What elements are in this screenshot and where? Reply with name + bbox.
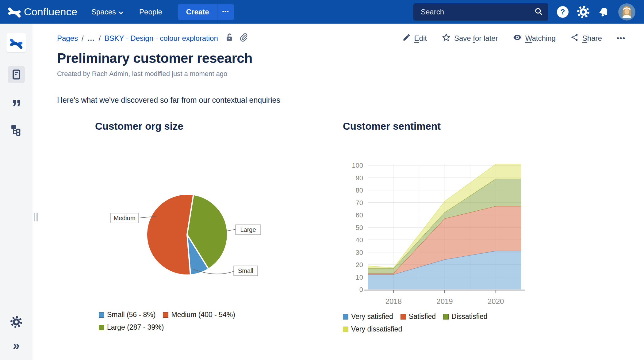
- legend-item: Small (56 - 8%): [99, 311, 155, 319]
- gear-icon[interactable]: [577, 6, 589, 18]
- star-icon: [442, 33, 451, 44]
- svg-text:40: 40: [356, 236, 363, 244]
- legend-item: Dissatisfied: [443, 312, 488, 321]
- svg-text:90: 90: [356, 174, 363, 182]
- svg-text:10: 10: [356, 274, 363, 281]
- page-tree-icon[interactable]: [8, 121, 25, 138]
- svg-text:2019: 2019: [436, 297, 453, 305]
- edit-button[interactable]: Edit: [402, 33, 427, 44]
- search-input[interactable]: [421, 8, 534, 16]
- page-overflow-button[interactable]: •••: [617, 34, 626, 42]
- nav-people-label: People: [139, 8, 162, 16]
- legend-item: Medium (400 - 54%): [163, 311, 235, 319]
- unlocked-icon[interactable]: [225, 33, 234, 44]
- svg-text:60: 60: [356, 211, 363, 219]
- watching-button[interactable]: Watching: [513, 33, 556, 44]
- area-chart-block: Customer sentiment 201820192020010203040…: [343, 121, 542, 333]
- pie-chart: MediumLargeSmall: [95, 165, 285, 306]
- confluence-app: Confluence Spaces People Create •••: [0, 0, 644, 360]
- breadcrumb-ellipsis[interactable]: …: [87, 34, 95, 43]
- share-button[interactable]: Share: [570, 33, 602, 44]
- attachment-icon[interactable]: [239, 33, 248, 44]
- svg-text:30: 30: [356, 249, 363, 256]
- breadcrumb-pages-link[interactable]: Pages: [57, 34, 78, 43]
- breadcrumb-icons: [225, 33, 248, 44]
- legend-item: Large (287 - 39%): [99, 323, 164, 331]
- svg-text:70: 70: [356, 199, 363, 207]
- legend-item: Satisfied: [401, 312, 436, 321]
- create-button-group: Create •••: [178, 4, 234, 20]
- area-legend: Very satisfiedSatisfiedDissatisfiedVery …: [343, 312, 527, 333]
- quotes-icon[interactable]: ”: [8, 94, 25, 111]
- nav-spaces-label: Spaces: [91, 8, 116, 16]
- pie-chart-block: Customer org size MediumLargeSmall Small…: [95, 121, 297, 333]
- svg-text:80: 80: [356, 186, 363, 194]
- svg-text:2020: 2020: [488, 297, 504, 305]
- confluence-logo-icon: [8, 5, 21, 19]
- legend-item: Very satisfied: [343, 312, 393, 321]
- pie-legend: Small (56 - 8%)Medium (400 - 54%)Large (…: [99, 311, 258, 331]
- intro-text: Here's what we've discovered so far from…: [57, 96, 626, 105]
- eye-icon: [513, 33, 522, 44]
- svg-text:Large: Large: [240, 226, 256, 233]
- page-title: Preliminary customer research: [57, 51, 626, 66]
- bell-icon[interactable]: [598, 6, 610, 18]
- legend-item: Very dissatisfied: [343, 325, 402, 333]
- share-icon: [570, 33, 579, 44]
- top-nav: Confluence Spaces People Create •••: [0, 0, 644, 24]
- breadcrumb: Pages / … / BSKY - Design - colour explo…: [57, 33, 248, 44]
- sidebar-resize-handle[interactable]: [34, 213, 38, 221]
- svg-text:50: 50: [356, 224, 363, 232]
- svg-text:20: 20: [356, 261, 363, 269]
- breadcrumb-separator: /: [82, 34, 84, 43]
- expand-glyph: »: [13, 339, 20, 351]
- svg-text:Small: Small: [238, 267, 253, 274]
- settings-gear-icon[interactable]: [8, 313, 25, 331]
- page-actions: Edit Save for later: [402, 33, 626, 44]
- expand-chevrons-icon[interactable]: »: [8, 337, 25, 354]
- svg-text:100: 100: [352, 162, 363, 169]
- page-byline: Created by Rach Admin, last modified jus…: [57, 70, 626, 78]
- search-icon[interactable]: [534, 7, 543, 17]
- breadcrumb-space-link[interactable]: BSKY - Design - colour exploration: [104, 34, 218, 43]
- pie-chart-title: Customer org size: [95, 121, 297, 132]
- notes-icon[interactable]: [8, 66, 25, 83]
- save-for-later-button[interactable]: Save for later: [442, 33, 498, 44]
- breadcrumb-separator: /: [99, 34, 101, 43]
- confluence-space-logo[interactable]: [6, 33, 26, 52]
- charts-row: Customer org size MediumLargeSmall Small…: [57, 121, 626, 333]
- create-button[interactable]: Create: [178, 4, 217, 20]
- confluence-home-link[interactable]: Confluence: [8, 5, 77, 19]
- nav-right: ?: [413, 3, 635, 21]
- area-chart-title: Customer sentiment: [343, 121, 542, 132]
- nav-spaces[interactable]: Spaces: [91, 8, 123, 16]
- svg-text:Medium: Medium: [113, 215, 135, 221]
- nav-people[interactable]: People: [139, 8, 162, 16]
- app-shell: ” »: [0, 24, 644, 360]
- svg-text:2018: 2018: [385, 297, 402, 305]
- create-overflow-button[interactable]: •••: [217, 4, 234, 20]
- user-avatar[interactable]: [618, 3, 635, 21]
- pencil-icon: [402, 33, 411, 44]
- chevron-down-icon: [119, 8, 123, 16]
- area-chart: 2018201920200102030405060708090100: [343, 159, 533, 309]
- page-content: Pages / … / BSKY - Design - colour explo…: [33, 24, 644, 360]
- help-glyph: ?: [561, 8, 565, 16]
- svg-text:0: 0: [359, 286, 363, 293]
- search-box[interactable]: [413, 3, 548, 21]
- brand-name: Confluence: [24, 6, 77, 18]
- space-sidebar: ” »: [0, 24, 33, 360]
- quotes-glyph: ”: [11, 94, 21, 110]
- page-toolbar: Pages / … / BSKY - Design - colour explo…: [57, 33, 626, 44]
- nav-links: Spaces People: [91, 8, 162, 16]
- help-icon[interactable]: ?: [557, 6, 569, 18]
